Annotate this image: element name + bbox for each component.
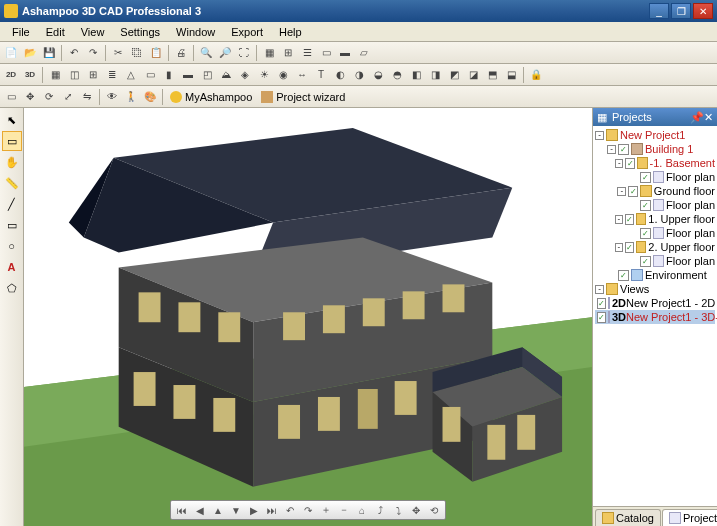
circle-icon[interactable]: ○ bbox=[2, 236, 22, 256]
text-tool-icon[interactable]: A bbox=[2, 257, 22, 277]
menu-settings[interactable]: Settings bbox=[112, 24, 168, 40]
nav-up-icon[interactable]: ▲ bbox=[210, 502, 226, 518]
render-icon[interactable]: 🎨 bbox=[141, 88, 159, 106]
copy-icon[interactable]: ⿻ bbox=[128, 44, 146, 62]
tree-node[interactable]: -New Project1 bbox=[595, 128, 715, 142]
panel-close-icon[interactable]: ✕ bbox=[704, 111, 713, 124]
panel-pin-icon[interactable]: 📌 bbox=[690, 111, 704, 124]
tool-icon[interactable]: ◐ bbox=[331, 66, 349, 84]
roof-icon[interactable]: △ bbox=[122, 66, 140, 84]
tool-icon[interactable]: ⬓ bbox=[502, 66, 520, 84]
lock-icon[interactable]: 🔒 bbox=[527, 66, 545, 84]
nav-prev-icon[interactable]: ◀ bbox=[192, 502, 208, 518]
undo-icon[interactable]: ↶ bbox=[65, 44, 83, 62]
mirror-icon[interactable]: ⇋ bbox=[78, 88, 96, 106]
cut-icon[interactable]: ✂ bbox=[109, 44, 127, 62]
rect-icon[interactable]: ▭ bbox=[2, 215, 22, 235]
layers-icon[interactable]: ☰ bbox=[298, 44, 316, 62]
tree-node[interactable]: -✓2. Upper floor bbox=[595, 240, 715, 254]
print-icon[interactable]: 🖨 bbox=[172, 44, 190, 62]
nav-pan-icon[interactable]: ✥ bbox=[408, 502, 424, 518]
close-button[interactable]: ✕ bbox=[693, 3, 713, 19]
line-icon[interactable]: ╱ bbox=[2, 194, 22, 214]
menu-edit[interactable]: Edit bbox=[38, 24, 73, 40]
object-icon[interactable]: ◈ bbox=[236, 66, 254, 84]
tree-node[interactable]: -✓Building 1 bbox=[595, 142, 715, 156]
tree-checkbox[interactable]: ✓ bbox=[597, 298, 606, 309]
tree-node[interactable]: ✓Floor plan bbox=[595, 254, 715, 268]
tree-toggle-icon[interactable]: - bbox=[615, 159, 623, 168]
select-rect-icon[interactable]: ▭ bbox=[2, 131, 22, 151]
grid-icon[interactable]: ▦ bbox=[260, 44, 278, 62]
open-icon[interactable]: 📂 bbox=[21, 44, 39, 62]
tree-checkbox[interactable]: ✓ bbox=[618, 144, 629, 155]
tool-icon[interactable]: ◒ bbox=[369, 66, 387, 84]
beam-icon[interactable]: ▬ bbox=[179, 66, 197, 84]
tree-toggle-icon[interactable]: - bbox=[595, 285, 604, 294]
nav-next-icon[interactable]: ▶ bbox=[246, 502, 262, 518]
tool-icon[interactable]: ▱ bbox=[355, 44, 373, 62]
nav-home-icon[interactable]: ⌂ bbox=[354, 502, 370, 518]
menu-window[interactable]: Window bbox=[168, 24, 223, 40]
tool-icon[interactable]: ◓ bbox=[388, 66, 406, 84]
tree-toggle-icon[interactable]: - bbox=[617, 187, 626, 196]
tree-node[interactable]: ✓2D New Project1 - 2D View bbox=[595, 296, 715, 310]
door-icon[interactable]: ◫ bbox=[65, 66, 83, 84]
tree-checkbox[interactable]: ✓ bbox=[618, 270, 629, 281]
measure-icon[interactable]: 📏 bbox=[2, 173, 22, 193]
floor-icon[interactable]: ▭ bbox=[141, 66, 159, 84]
menu-file[interactable]: File bbox=[4, 24, 38, 40]
nav-rotate-right-icon[interactable]: ↷ bbox=[300, 502, 316, 518]
scale-icon[interactable]: ⤢ bbox=[59, 88, 77, 106]
nav-zoom-out-icon[interactable]: － bbox=[336, 502, 352, 518]
view-icon[interactable]: 👁 bbox=[103, 88, 121, 106]
tree-checkbox[interactable]: ✓ bbox=[640, 172, 651, 183]
tree-toggle-icon[interactable]: - bbox=[615, 243, 623, 252]
mode-3d-icon[interactable]: 3D bbox=[21, 66, 39, 84]
tree-toggle-icon[interactable]: - bbox=[595, 131, 604, 140]
snap-icon[interactable]: ⊞ bbox=[279, 44, 297, 62]
nav-zoom-in-icon[interactable]: ＋ bbox=[318, 502, 334, 518]
column-icon[interactable]: ▮ bbox=[160, 66, 178, 84]
select-icon[interactable]: ▭ bbox=[2, 88, 20, 106]
project-tree[interactable]: -New Project1-✓Building 1-✓-1. Basement✓… bbox=[593, 126, 717, 506]
camera-icon[interactable]: ◉ bbox=[274, 66, 292, 84]
terrain-icon[interactable]: ⛰ bbox=[217, 66, 235, 84]
tree-node[interactable]: ✓3D New Project1 - 3D-View bbox=[595, 310, 715, 324]
window-icon[interactable]: ⊞ bbox=[84, 66, 102, 84]
tree-checkbox[interactable]: ✓ bbox=[640, 256, 651, 267]
tab-catalog[interactable]: Catalog bbox=[595, 509, 661, 526]
tool-icon[interactable]: ◨ bbox=[426, 66, 444, 84]
wall-icon[interactable]: ▦ bbox=[46, 66, 64, 84]
nav-down-icon[interactable]: ▼ bbox=[228, 502, 244, 518]
light-icon[interactable]: ☀ bbox=[255, 66, 273, 84]
save-icon[interactable]: 💾 bbox=[40, 44, 58, 62]
tree-checkbox[interactable]: ✓ bbox=[640, 228, 651, 239]
tree-node[interactable]: ✓Floor plan bbox=[595, 198, 715, 212]
nav-last-icon[interactable]: ⏭ bbox=[264, 502, 280, 518]
redo-icon[interactable]: ↷ bbox=[84, 44, 102, 62]
tree-node[interactable]: ✓Floor plan bbox=[595, 226, 715, 240]
mode-2d-icon[interactable]: 2D bbox=[2, 66, 20, 84]
dimension-icon[interactable]: ↔ bbox=[293, 66, 311, 84]
rotate-icon[interactable]: ⟳ bbox=[40, 88, 58, 106]
zoom-fit-icon[interactable]: ⛶ bbox=[235, 44, 253, 62]
nav-rotate-left-icon[interactable]: ↶ bbox=[282, 502, 298, 518]
stairs-icon[interactable]: ≣ bbox=[103, 66, 121, 84]
zoom-in-icon[interactable]: 🔍 bbox=[197, 44, 215, 62]
tool-icon[interactable]: ◪ bbox=[464, 66, 482, 84]
tool-icon[interactable]: ◩ bbox=[445, 66, 463, 84]
tree-node[interactable]: -✓-1. Basement bbox=[595, 156, 715, 170]
menu-help[interactable]: Help bbox=[271, 24, 310, 40]
tree-node[interactable]: ✓Environment bbox=[595, 268, 715, 282]
nav-orbit-icon[interactable]: ⟲ bbox=[426, 502, 442, 518]
zoom-out-icon[interactable]: 🔎 bbox=[216, 44, 234, 62]
tool-icon[interactable]: ▬ bbox=[336, 44, 354, 62]
tree-node[interactable]: -✓1. Upper floor bbox=[595, 212, 715, 226]
nav-first-icon[interactable]: ⏮ bbox=[174, 502, 190, 518]
tree-checkbox[interactable]: ✓ bbox=[597, 312, 606, 323]
room-icon[interactable]: ◰ bbox=[198, 66, 216, 84]
nav-tilt-up-icon[interactable]: ⤴ bbox=[372, 502, 388, 518]
paste-icon[interactable]: 📋 bbox=[147, 44, 165, 62]
new-icon[interactable]: 📄 bbox=[2, 44, 20, 62]
